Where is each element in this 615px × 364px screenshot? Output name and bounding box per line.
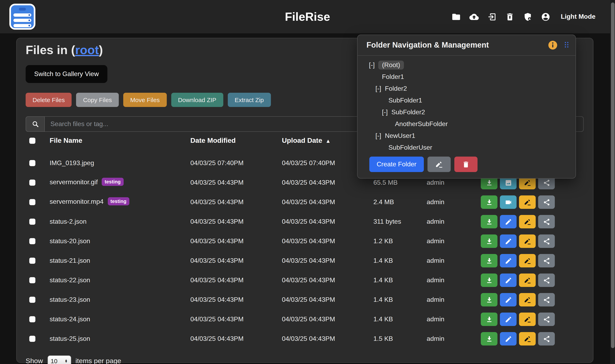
edit-button[interactable]	[500, 293, 517, 306]
row-checkbox[interactable]	[29, 238, 35, 244]
delete-folder-button[interactable]	[454, 156, 478, 172]
row-checkbox[interactable]	[29, 219, 35, 225]
tree-toggle[interactable]: [-]	[382, 108, 388, 116]
folder-tree-item[interactable]: [-] (Root)	[357, 59, 576, 71]
rename-folder-button[interactable]	[428, 156, 451, 172]
download-button[interactable]	[481, 195, 497, 209]
row-checkbox[interactable]	[29, 336, 35, 342]
rename-button[interactable]	[519, 332, 536, 346]
folder-icon[interactable]	[451, 12, 461, 21]
rename-button[interactable]	[519, 273, 536, 287]
row-checkbox[interactable]	[29, 199, 35, 205]
file-name[interactable]: status-24.json	[50, 316, 90, 323]
move-files-button[interactable]: Move Files	[123, 93, 167, 107]
tree-toggle[interactable]: [-]	[375, 132, 381, 139]
edit-button[interactable]	[500, 254, 517, 267]
share-button[interactable]	[538, 293, 555, 306]
folder-tree-item[interactable]: [-] SubFolder2	[357, 106, 576, 118]
rename-button[interactable]	[519, 312, 536, 326]
delete-files-button[interactable]: Delete Files	[26, 93, 72, 107]
share-button[interactable]	[538, 254, 555, 267]
tree-label[interactable]: AnotherSubFolder	[395, 120, 448, 128]
row-checkbox[interactable]	[29, 316, 35, 322]
logout-icon[interactable]	[487, 12, 497, 21]
copy-files-button[interactable]: Copy Files	[76, 93, 119, 107]
trash-restore-icon[interactable]	[505, 12, 514, 21]
share-button[interactable]	[538, 312, 555, 326]
download-button[interactable]	[481, 254, 497, 267]
download-button[interactable]	[481, 332, 497, 346]
row-checkbox[interactable]	[29, 258, 35, 264]
scrollbar-thumb[interactable]	[611, 2, 615, 348]
row-checkbox[interactable]	[29, 277, 35, 283]
file-name[interactable]: status-23.json	[50, 296, 90, 303]
file-name[interactable]: status-2.json	[50, 218, 86, 225]
download-zip-button[interactable]: Download ZIP	[171, 93, 223, 107]
file-name[interactable]: status-25.json	[50, 335, 90, 342]
download-button[interactable]	[481, 293, 497, 306]
account-icon[interactable]	[541, 12, 550, 21]
file-name[interactable]: status-21.json	[50, 257, 90, 264]
file-name[interactable]: IMG_0193.jpeg	[50, 159, 94, 166]
share-button[interactable]	[538, 273, 555, 287]
tree-toggle[interactable]: [-]	[369, 61, 375, 68]
tree-label[interactable]: Folder2	[385, 85, 407, 92]
tree-label[interactable]: Folder1	[382, 73, 404, 80]
file-name[interactable]: servermonitor.gif	[50, 179, 98, 185]
file-name[interactable]: servermonitor.mp4	[50, 198, 104, 205]
tree-label[interactable]: NewUser1	[385, 132, 415, 139]
rename-button[interactable]	[519, 293, 536, 306]
tree-label[interactable]: SubFolder2	[391, 108, 425, 116]
table-row: status-20.json 04/03/25 04:43PM 04/03/25…	[17, 231, 593, 251]
edit-button[interactable]	[500, 332, 517, 346]
column-upload-date[interactable]: Upload Date▲	[282, 137, 331, 145]
edit-button[interactable]	[500, 234, 517, 248]
download-button[interactable]	[481, 234, 497, 248]
edit-button[interactable]	[500, 273, 517, 287]
share-button[interactable]	[538, 215, 555, 228]
rename-button[interactable]	[519, 254, 536, 267]
share-button[interactable]	[538, 195, 555, 209]
rename-button[interactable]	[519, 195, 536, 209]
root-link[interactable]: root	[75, 43, 99, 56]
folder-tree-item[interactable]: [-] Folder2	[357, 83, 576, 94]
scrollbar-track[interactable]	[610, 0, 615, 364]
select-all-checkbox[interactable]	[29, 138, 35, 144]
column-date-modified[interactable]: Date Modified	[190, 137, 236, 145]
tree-toggle[interactable]: [-]	[375, 85, 381, 92]
rename-button[interactable]	[519, 215, 536, 228]
folder-tree-item[interactable]: Folder1	[357, 71, 576, 83]
extract-zip-button[interactable]: Extract Zip	[228, 93, 271, 107]
theme-toggle[interactable]: Light Mode	[561, 13, 595, 20]
drag-handle-icon[interactable]	[563, 41, 570, 50]
row-checkbox[interactable]	[29, 160, 35, 166]
download-button[interactable]	[481, 312, 497, 326]
row-checkbox[interactable]	[29, 180, 35, 186]
cloud-upload-icon[interactable]	[469, 12, 479, 21]
folder-tree-item[interactable]: SubFolder1	[357, 94, 576, 106]
video-button[interactable]	[500, 195, 517, 209]
share-button[interactable]	[538, 332, 555, 346]
folder-tree-item[interactable]: [-] NewUser1	[357, 130, 576, 142]
rename-button[interactable]	[519, 234, 536, 248]
edit-button[interactable]	[500, 312, 517, 326]
download-button[interactable]	[481, 215, 497, 228]
file-name[interactable]: status-22.json	[50, 277, 90, 284]
tree-label[interactable]: (Root)	[378, 60, 404, 69]
edit-button[interactable]	[500, 215, 517, 228]
table-row: status-25.json 04/03/25 04:43PM 04/03/25…	[17, 329, 593, 349]
folder-tree-item[interactable]: AnotherSubFolder	[357, 118, 576, 130]
create-folder-button[interactable]: Create Folder	[369, 156, 424, 172]
gallery-view-button[interactable]: Switch to Gallery View	[26, 65, 107, 83]
tree-label[interactable]: SubFolder1	[388, 97, 422, 104]
items-per-page-select[interactable]: 10 ▲▼	[47, 355, 71, 364]
column-file-name[interactable]: File Name	[50, 137, 82, 145]
file-name[interactable]: status-20.json	[50, 237, 90, 245]
row-checkbox[interactable]	[29, 297, 35, 303]
admin-shield-icon[interactable]	[523, 12, 532, 21]
share-button[interactable]	[538, 234, 555, 248]
info-icon[interactable]	[548, 40, 558, 51]
download-button[interactable]	[481, 273, 497, 287]
tree-label[interactable]: SubFolderUser	[388, 144, 432, 151]
folder-tree-item[interactable]: SubFolderUser	[357, 142, 576, 153]
